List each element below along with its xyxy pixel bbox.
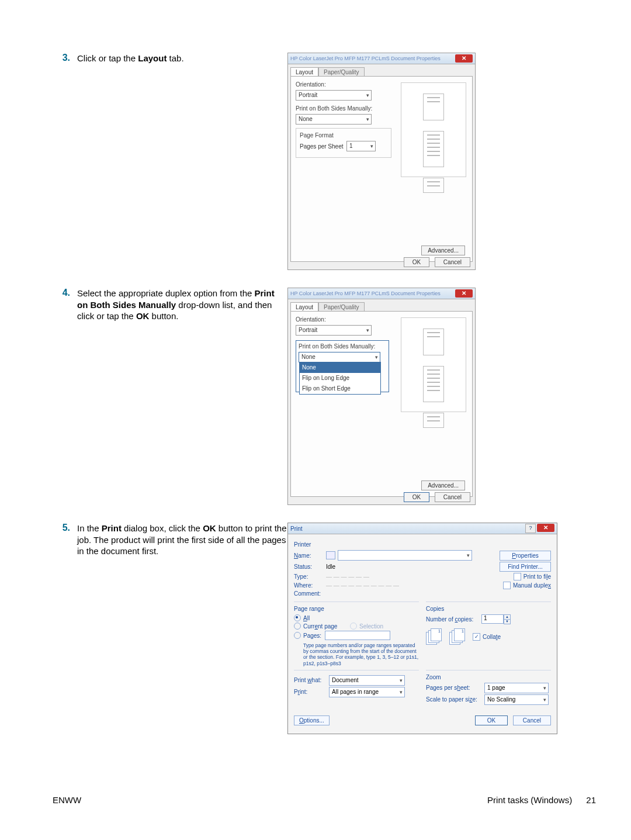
options-button[interactable]: Options... xyxy=(294,715,330,725)
doc-preview-icon xyxy=(423,413,444,428)
pps-select[interactable]: 1 xyxy=(346,141,376,151)
duplex-options-list: None Flip on Long Edge Flip on Short Edg… xyxy=(299,362,381,395)
tab-paper-quality[interactable]: Paper/Quality xyxy=(318,67,365,77)
duplex-select[interactable]: None xyxy=(296,114,372,125)
t: Click or tap the xyxy=(77,53,138,63)
ok-button[interactable]: OK xyxy=(404,492,429,502)
t: tab. xyxy=(167,53,183,63)
pps-row: Pages per Sheet 1 xyxy=(300,141,387,151)
printer-group: Printer Name: Properties Status: Idle Fi… xyxy=(294,538,551,602)
option-flip-short[interactable]: Flip on Short Edge xyxy=(300,383,380,394)
pages-label: Pages: xyxy=(303,632,321,639)
pps-label: Pages per Sheet xyxy=(300,143,346,150)
print-what-select[interactable]: Document xyxy=(329,675,405,686)
status-label: Status: xyxy=(294,564,326,570)
dialog-buttons: OK Cancel xyxy=(400,257,470,267)
status-value: Idle xyxy=(326,564,335,570)
printer-heading: Printer xyxy=(294,541,551,548)
scale-select[interactable]: No Scaling xyxy=(484,694,549,705)
doc-preview-icon xyxy=(423,366,444,402)
manual-duplex-label: Manual duplex xyxy=(513,582,551,589)
scale-label: Scale to paper size: xyxy=(426,696,484,703)
t: button. xyxy=(149,311,178,321)
collate-icon: 321 xyxy=(449,628,473,645)
manual-page: 3. Click or tap the Layout tab. HP Color… xyxy=(0,0,631,840)
advanced-button[interactable]: Advanced... xyxy=(421,246,465,255)
print-label: Print: xyxy=(294,689,329,695)
orientation-select[interactable]: Portrait xyxy=(296,325,372,336)
tab-strip: LayoutPaper/Quality xyxy=(288,64,475,76)
name-label: Name: xyxy=(294,552,326,559)
layout-preview xyxy=(401,317,466,412)
printer-name-select[interactable] xyxy=(338,550,472,561)
tab-layout[interactable]: Layout xyxy=(290,67,318,77)
print-what-label: Print what: xyxy=(294,677,329,683)
spinner-buttons[interactable]: ▲ ▼ xyxy=(504,614,511,624)
doc-properties-dialog-2: HP Color LaserJet Pro MFP M177 PCLmS Doc… xyxy=(287,288,476,505)
doc-preview-icon xyxy=(423,94,444,120)
pages-input[interactable] xyxy=(325,631,390,640)
close-icon[interactable]: ✕ xyxy=(455,289,473,298)
page-footer: ENWW Print tasks (Windows) 21 xyxy=(53,795,596,805)
option-flip-long[interactable]: Flip on Long Edge xyxy=(300,373,380,383)
tab-paper-quality[interactable]: Paper/Quality xyxy=(318,302,365,312)
help-icon[interactable]: ? xyxy=(525,524,536,533)
manual-duplex-checkbox[interactable] xyxy=(503,582,511,589)
cancel-button[interactable]: Cancel xyxy=(435,257,470,267)
selection-label: Selection xyxy=(359,623,383,630)
step-4-text: Select the appropriate duplex option fro… xyxy=(77,288,287,322)
current-page-label: Current page xyxy=(303,623,350,630)
footer-right: Print tasks (Windows) 21 xyxy=(487,795,596,805)
print-range-select[interactable]: All pages in range xyxy=(329,687,405,697)
dialog-title: Print xyxy=(290,526,303,532)
step-4-number: 4. xyxy=(53,288,70,298)
duplex-label: Print on Both Sides Manually: xyxy=(299,343,386,350)
cancel-button[interactable]: Cancel xyxy=(435,492,470,502)
printer-icon xyxy=(326,551,335,559)
pages-hint: Type page numbers and/or page ranges sep… xyxy=(303,642,419,666)
step-4-row: 4. Select the appropriate duplex option … xyxy=(53,288,596,505)
v: None xyxy=(299,116,313,122)
radio-current-page[interactable] xyxy=(294,623,301,630)
step-3-number: 3. xyxy=(53,53,70,63)
duplex-group-highlighted: Print on Both Sides Manually: None None … xyxy=(296,340,389,392)
properties-button[interactable]: Properties xyxy=(500,551,551,561)
page-format-label: Page Format xyxy=(300,132,387,139)
b: Print xyxy=(102,523,122,533)
orientation-select[interactable]: Portrait xyxy=(296,90,372,101)
zoom-heading: Zoom xyxy=(426,674,551,680)
v: Portrait xyxy=(299,92,317,98)
where-value: — — — — — — — — — — xyxy=(326,582,399,589)
window-controls: ? ✕ xyxy=(525,524,554,533)
close-icon[interactable]: ✕ xyxy=(455,54,473,63)
where-label: Where: xyxy=(294,582,326,589)
find-printer-button[interactable]: Find Printer... xyxy=(500,562,551,572)
ok-button[interactable]: OK xyxy=(475,715,508,725)
t: Select the appropriate duplex option fro… xyxy=(77,288,255,298)
collate-checkbox[interactable]: ✓ xyxy=(473,633,480,641)
step-5-number: 5. xyxy=(53,523,70,533)
ok-button[interactable]: OK xyxy=(404,257,429,267)
step-3-text: Click or tap the Layout tab. xyxy=(77,53,287,64)
page-format-group: Page Format Pages per Sheet 1 xyxy=(296,128,391,158)
radio-pages[interactable] xyxy=(294,632,301,639)
advanced-button[interactable]: Advanced... xyxy=(421,481,465,490)
v: None xyxy=(301,354,316,360)
cancel-button[interactable]: Cancel xyxy=(513,715,551,725)
tab-strip: LayoutPaper/Quality xyxy=(288,299,475,311)
t: In the xyxy=(77,523,102,533)
type-value: — — — — — — xyxy=(326,573,369,580)
print-to-file-checkbox[interactable] xyxy=(514,573,521,580)
radio-all[interactable] xyxy=(294,614,301,621)
step-5-text: In the Print dialog box, click the OK bu… xyxy=(77,523,287,557)
tab-layout[interactable]: Layout xyxy=(290,302,318,312)
zoom-pps-select[interactable]: 1 page xyxy=(484,683,549,693)
copies-heading: Copies xyxy=(426,606,551,612)
close-icon[interactable]: ✕ xyxy=(537,524,554,532)
num-copies-spinner[interactable]: 1 xyxy=(481,614,504,624)
radio-selection xyxy=(350,623,357,630)
duplex-select-open[interactable]: None None Flip on Long Edge Flip on Shor… xyxy=(299,352,380,362)
step-5-row: 5. In the Print dialog box, click the OK… xyxy=(53,523,596,734)
option-none[interactable]: None xyxy=(300,362,380,373)
page-range-heading: Page range xyxy=(294,606,419,612)
